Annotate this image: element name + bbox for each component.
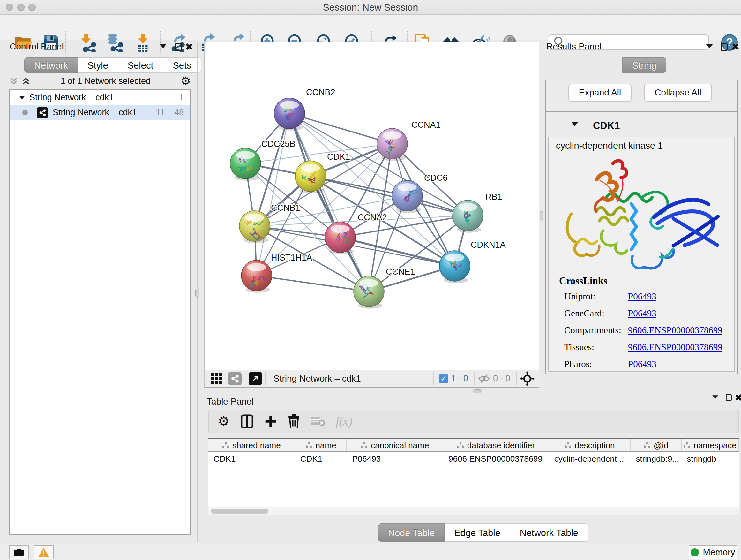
column-label: namespace [693, 441, 736, 450]
node-table: shared namenamecanonical namedatabase id… [208, 438, 739, 507]
control-panel-menu-icon[interactable] [159, 44, 169, 54]
column-header-description[interactable]: description [549, 439, 631, 451]
table-panel-tabs: Node TableEdge TableNetwork Table [378, 523, 588, 542]
column-label: name [316, 441, 336, 450]
results-panel-float-icon[interactable] [721, 43, 730, 52]
control-panel-close-icon[interactable]: ✖ [185, 42, 195, 52]
main-toolbar: ? [0, 15, 741, 40]
bottom-splitter-handle[interactable] [473, 389, 482, 393]
network-options-gear-icon[interactable]: ⚙ [181, 75, 191, 87]
column-header-name[interactable]: name [295, 439, 347, 451]
table-row[interactable]: CDK1CDK1P064939606.ENSP00000378699cyclin… [208, 452, 739, 465]
show-columns-icon[interactable] [241, 415, 253, 428]
network-view-toolbar: String Network – cdk1 ✓ 1 - 0 0 - 0 [204, 370, 539, 388]
table-options-gear-icon[interactable]: ⚙ [218, 416, 230, 427]
canvas-bar-separator [474, 372, 475, 385]
status-bar: Memory [0, 543, 741, 560]
selected-checkbox-icon[interactable]: ✓ [439, 374, 448, 383]
canvas-bar-separator [516, 372, 517, 385]
table-horizontal-scrollbar[interactable] [208, 507, 739, 515]
network-status-dot [22, 110, 28, 115]
scrollbar-thumb[interactable] [211, 509, 268, 514]
table-cell: P06493 [347, 452, 443, 465]
column-header-shared-name[interactable]: shared name [208, 439, 295, 451]
network-collection-row[interactable]: String Network – cdk1 1 [10, 90, 190, 105]
crosslink-link[interactable]: P06493 [628, 308, 657, 319]
warnings-button[interactable] [34, 545, 54, 559]
tab-sets[interactable]: Sets [163, 57, 201, 73]
crosslink-label: Uniprot: [564, 291, 596, 301]
node-HIST1H1A[interactable]: HIST1H1A [241, 253, 312, 293]
node-CDKN1A[interactable]: CDKN1A [440, 240, 506, 283]
column-header-canonical-name[interactable]: canonical name [347, 439, 443, 451]
control-panel-tabs: NetworkStyleSelectSets [24, 57, 201, 73]
hidden-eye-slash-icon[interactable] [478, 373, 490, 384]
column-type-icon [643, 442, 650, 449]
tab-style[interactable]: Style [78, 57, 118, 73]
node-label-CCNA1: CCNA1 [411, 120, 441, 130]
memory-button[interactable]: Memory [689, 545, 737, 559]
edge-CCNB2-CCNE1[interactable] [289, 113, 369, 292]
tab-string[interactable]: String [622, 57, 666, 73]
control-panel-float-icon[interactable] [175, 43, 185, 52]
column-type-icon [360, 442, 367, 449]
node-CDC6[interactable]: CDC6 [392, 173, 448, 213]
crosslink-link[interactable]: P06493 [628, 359, 657, 369]
hidden-node-edge-count: 0 - 0 [490, 374, 513, 383]
network-tree: String Network – cdk1 1 String Network –… [9, 89, 191, 535]
collection-label: String Network – cdk1 [29, 92, 179, 103]
table-panel-float-icon[interactable] [726, 394, 734, 402]
detach-view-icon[interactable] [249, 372, 262, 385]
table-panel-menu-icon[interactable] [712, 395, 721, 403]
collapse-all-button[interactable]: Collapse All [644, 84, 712, 102]
network-row[interactable]: String Network – cdk1 11 48 [10, 105, 190, 120]
right-splitter-handle[interactable] [540, 211, 543, 220]
results-panel-menu-icon[interactable] [706, 44, 716, 54]
expand-all-icon[interactable] [21, 77, 30, 85]
memory-label: Memory [703, 547, 735, 557]
column-header-database-identifier[interactable]: database identifier [443, 439, 549, 451]
section-collapse-icon[interactable] [571, 122, 581, 132]
crosslink-link[interactable]: P06493 [628, 291, 657, 302]
tab-network-table[interactable]: Network Table [510, 523, 588, 542]
column-type-icon [222, 442, 229, 449]
titlebar: Session: New Session [0, 0, 741, 15]
edge-CCNE1-HIST1H1A[interactable] [257, 275, 369, 292]
results-panel-close-icon[interactable]: ✖ [731, 42, 741, 52]
cloud-icon [12, 548, 25, 557]
tab-edge-table[interactable]: Edge Table [445, 523, 510, 542]
node-CCNA1[interactable]: CCNA1 [377, 120, 441, 161]
node-CDC25B[interactable]: CDC25B [230, 139, 295, 181]
cloud-status-button[interactable] [9, 545, 29, 559]
table-header-row: shared namenamecanonical namedatabase id… [208, 439, 739, 452]
warning-triangle-icon [38, 547, 50, 558]
tab-select[interactable]: Select [118, 57, 163, 73]
grid-view-icon[interactable] [210, 372, 223, 385]
edge-CCNB2-CCNA1[interactable] [289, 113, 392, 144]
birds-eye-view-icon[interactable] [520, 371, 535, 386]
crosslink-row: Pharos:P06493 [564, 359, 730, 369]
network-view-canvas[interactable]: CCNB2CCNA1CDC25BCDK1CDC6RB1CCNB1CCNA2CDK… [204, 42, 539, 370]
crosslink-link[interactable]: 9606.ENSP00000378699 [628, 325, 723, 335]
node-label-CDKN1A: CDKN1A [471, 240, 506, 250]
node-CCNE1[interactable]: CCNE1 [354, 267, 415, 309]
left-splitter-handle[interactable] [195, 289, 199, 298]
tree-expand-icon[interactable] [18, 96, 29, 100]
delete-column-icon[interactable] [288, 415, 300, 428]
network-edge-count: 48 [174, 108, 184, 118]
column-header-namespace[interactable]: namespace [682, 439, 739, 451]
delete-table-icon-disabled [311, 416, 325, 427]
network-view-icon[interactable] [228, 372, 242, 385]
column-header-@id[interactable]: @id [630, 439, 682, 451]
add-column-icon[interactable] [264, 415, 277, 428]
table-cell: cyclin-dependent ... [549, 452, 631, 465]
collapse-all-icon[interactable] [9, 77, 18, 85]
crosslink-link[interactable]: 9606.ENSP00000378699 [628, 342, 723, 353]
crosslink-label: Pharos: [564, 359, 592, 369]
expand-all-button[interactable]: Expand All [568, 84, 631, 102]
column-type-icon [306, 442, 313, 449]
table-panel-close-icon[interactable]: ✖ [735, 393, 741, 402]
tab-node-table[interactable]: Node Table [378, 523, 445, 542]
tab-network[interactable]: Network [24, 57, 78, 73]
node-RB1[interactable]: RB1 [453, 192, 502, 233]
